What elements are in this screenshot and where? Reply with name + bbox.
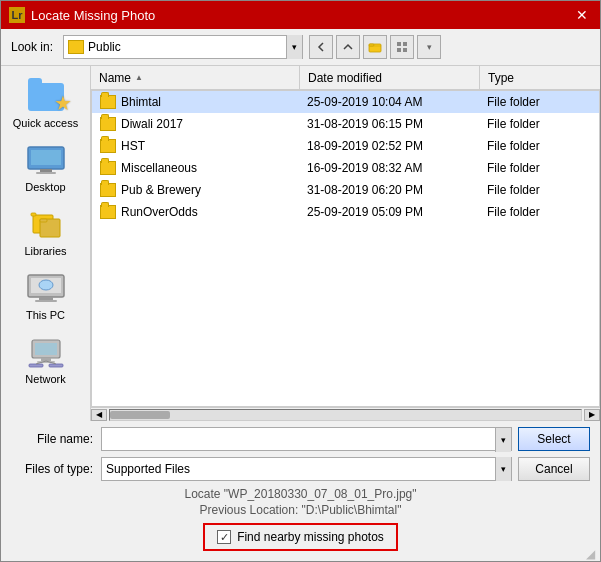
svg-rect-13 — [40, 219, 47, 222]
file-name-row: File name: ▾ Select — [11, 427, 590, 451]
svg-rect-3 — [403, 42, 407, 46]
svg-rect-21 — [41, 358, 51, 361]
files-type-value: Supported Files — [102, 462, 495, 476]
back-button[interactable] — [309, 35, 333, 59]
table-row[interactable]: Bhimtal 25-09-2019 10:04 AM File folder — [92, 91, 599, 113]
file-date-cell: 31-08-2019 06:15 PM — [299, 113, 479, 134]
this-pc-icon — [26, 271, 66, 307]
folder-file-icon — [100, 183, 116, 197]
sidebar-item-desktop[interactable]: Desktop — [6, 138, 86, 198]
dialog-title: Locate Missing Photo — [31, 8, 572, 23]
scrollbar-thumb[interactable] — [110, 411, 170, 419]
svg-rect-16 — [39, 297, 53, 300]
look-in-select[interactable]: Public ▾ — [63, 35, 303, 59]
file-type-cell: File folder — [479, 135, 599, 156]
file-area: Name ▲ Date modified Type Bhimtal 25-0 — [91, 66, 600, 421]
table-row[interactable]: HST 18-09-2019 02:52 PM File folder — [92, 135, 599, 157]
this-pc-label: This PC — [26, 309, 65, 321]
svg-rect-5 — [403, 48, 407, 52]
desktop-icon — [26, 143, 66, 179]
table-row[interactable]: RunOverOdds 25-09-2019 05:09 PM File fol… — [92, 201, 599, 223]
look-in-value: Public — [88, 40, 286, 54]
select-button[interactable]: Select — [518, 427, 590, 451]
folder-file-icon — [100, 95, 116, 109]
files-type-input-wrap: Supported Files ▾ Cancel — [101, 457, 590, 481]
svg-rect-9 — [36, 172, 56, 174]
new-folder-button[interactable] — [363, 35, 387, 59]
file-name-input-container[interactable]: ▾ — [101, 427, 512, 451]
extra-button[interactable]: ▾ — [417, 35, 441, 59]
file-name-cell: Miscellaneous — [92, 157, 299, 178]
quick-access-icon: ★ — [26, 79, 66, 115]
locate-missing-photo-dialog: Lr Locate Missing Photo ✕ Look in: Publi… — [0, 0, 601, 562]
locate-text: Locate "WP_20180330_07_08_01_Pro.jpg" — [11, 487, 590, 501]
title-bar: Lr Locate Missing Photo ✕ — [1, 1, 600, 29]
sort-arrow: ▲ — [135, 73, 143, 82]
file-name-dropdown-arrow[interactable]: ▾ — [495, 428, 511, 452]
files-type-select-container[interactable]: Supported Files ▾ — [101, 457, 512, 481]
file-type-cell: File folder — [479, 91, 599, 112]
close-button[interactable]: ✕ — [572, 5, 592, 25]
look-in-dropdown-arrow[interactable]: ▾ — [286, 35, 302, 59]
up-button[interactable] — [336, 35, 360, 59]
column-type[interactable]: Type — [480, 66, 600, 89]
table-row[interactable]: Miscellaneous 16-09-2019 08:32 AM File f… — [92, 157, 599, 179]
file-date-cell: 16-09-2019 08:32 AM — [299, 157, 479, 178]
libraries-label: Libraries — [24, 245, 66, 257]
network-svg — [27, 338, 65, 368]
folder-file-icon — [100, 139, 116, 153]
nav-buttons: ▾ — [309, 35, 441, 59]
svg-rect-23 — [29, 364, 43, 367]
sidebar-item-this-pc[interactable]: This PC — [6, 266, 86, 326]
svg-rect-11 — [31, 213, 36, 216]
file-date-cell: 18-09-2019 02:52 PM — [299, 135, 479, 156]
svg-rect-24 — [49, 364, 63, 367]
folder-icon — [68, 40, 84, 54]
sidebar: ★ Quick access Desktop — [1, 66, 91, 421]
table-row[interactable]: Diwali 2017 31-08-2019 06:15 PM File fol… — [92, 113, 599, 135]
file-type-cell: File folder — [479, 179, 599, 200]
file-type-cell: File folder — [479, 157, 599, 178]
resize-handle[interactable]: ◢ — [586, 547, 598, 559]
scrollbar-track[interactable] — [109, 409, 582, 421]
files-type-label: Files of type: — [11, 462, 101, 476]
files-type-dropdown-arrow[interactable]: ▾ — [495, 457, 511, 481]
svg-rect-4 — [397, 48, 401, 52]
sidebar-item-libraries[interactable]: Libraries — [6, 202, 86, 262]
file-date-cell: 31-08-2019 06:20 PM — [299, 179, 479, 200]
table-row[interactable]: Pub & Brewery 31-08-2019 06:20 PM File f… — [92, 179, 599, 201]
main-area: ★ Quick access Desktop — [1, 65, 600, 421]
svg-rect-2 — [397, 42, 401, 46]
network-label: Network — [25, 373, 65, 385]
views-button[interactable] — [390, 35, 414, 59]
file-name-input[interactable] — [102, 428, 495, 450]
libraries-svg — [27, 209, 65, 241]
file-name-input-wrap: ▾ Select — [101, 427, 590, 451]
folder-file-icon — [100, 205, 116, 219]
files-type-row: Files of type: Supported Files ▾ Cancel — [11, 457, 590, 481]
file-name-cell: HST — [92, 135, 299, 156]
find-nearby-label: Find nearby missing photos — [237, 530, 384, 544]
file-list[interactable]: Bhimtal 25-09-2019 10:04 AM File folder … — [91, 90, 600, 407]
file-name-cell: Diwali 2017 — [92, 113, 299, 134]
horizontal-scrollbar[interactable]: ◀ ▶ — [91, 407, 600, 421]
column-date-modified[interactable]: Date modified — [300, 66, 480, 89]
find-nearby-box[interactable]: ✓ Find nearby missing photos — [203, 523, 398, 551]
scroll-right-button[interactable]: ▶ — [584, 409, 600, 421]
column-name[interactable]: Name ▲ — [91, 66, 300, 89]
scroll-left-button[interactable]: ◀ — [91, 409, 107, 421]
find-nearby-checkbox[interactable]: ✓ — [217, 530, 231, 544]
svg-rect-20 — [35, 343, 57, 355]
network-icon — [26, 335, 66, 371]
svg-rect-7 — [31, 150, 61, 165]
quick-access-label: Quick access — [13, 117, 78, 129]
bottom-controls: File name: ▾ Select Files of type: Suppo… — [1, 421, 600, 561]
sidebar-item-quick-access[interactable]: ★ Quick access — [6, 74, 86, 134]
cancel-button[interactable]: Cancel — [518, 457, 590, 481]
sidebar-item-network[interactable]: Network — [6, 330, 86, 390]
file-name-cell: Pub & Brewery — [92, 179, 299, 200]
desktop-svg — [27, 146, 65, 176]
svg-rect-1 — [369, 44, 374, 46]
file-name-label: File name: — [11, 432, 101, 446]
folder-file-icon — [100, 161, 116, 175]
